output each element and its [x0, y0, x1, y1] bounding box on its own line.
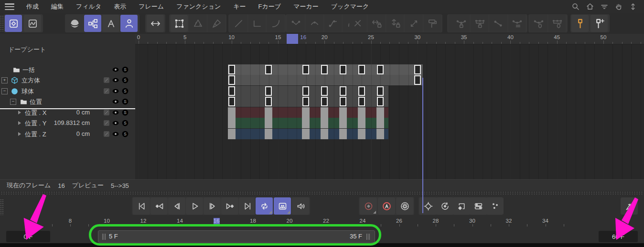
edit-icon[interactable]	[102, 108, 111, 118]
keyframe-f26[interactable]	[376, 129, 384, 139]
paint-keys-button[interactable]	[424, 15, 441, 32]
keyframe-f22[interactable]	[340, 86, 346, 96]
keyframe-f14[interactable]	[265, 129, 272, 139]
solo-icon[interactable]: S	[121, 130, 129, 140]
menu-item-2[interactable]: フィルタ	[70, 3, 107, 10]
break-tangent-button[interactable]	[349, 15, 366, 32]
menu-item-7[interactable]: Fカーブ	[252, 3, 288, 10]
track-arrow-icon[interactable]	[18, 121, 21, 125]
edit-icon[interactable]	[102, 119, 111, 129]
next-frame-button[interactable]	[204, 197, 221, 215]
toolbar-drag-grip[interactable]	[0, 15, 3, 31]
go-to-end-button[interactable]	[239, 197, 256, 215]
hierarchy-filter-button[interactable]	[84, 15, 101, 32]
tree-row-2[interactable]: −球体S	[0, 86, 135, 96]
keyframe-f26[interactable]	[377, 86, 384, 96]
fcurve-window-button[interactable]	[621, 197, 638, 215]
eye-icon[interactable]	[111, 76, 120, 86]
menu-item-4[interactable]: フレーム	[132, 3, 170, 10]
solo-icon[interactable]: S	[121, 76, 129, 86]
keyframe-f22[interactable]	[339, 118, 347, 128]
track-arrow-icon[interactable]	[18, 111, 21, 114]
keyframe-f24[interactable]	[358, 65, 365, 74]
keyframe-f20[interactable]	[321, 129, 328, 139]
keyframe-f24[interactable]	[358, 129, 365, 139]
keyframe-f18[interactable]	[302, 65, 309, 74]
brush-tool-button[interactable]	[208, 15, 225, 32]
sound-button[interactable]	[292, 197, 309, 215]
transport-drag-grip[interactable]	[0, 199, 3, 215]
move-keys-button[interactable]	[147, 15, 164, 32]
menu-item-8[interactable]: マーカー	[287, 3, 325, 10]
keyframe-f10[interactable]	[228, 129, 236, 139]
keyframe-f10[interactable]	[228, 75, 235, 85]
link-dots-button[interactable]	[490, 15, 507, 32]
solo-icon[interactable]: S	[121, 119, 129, 129]
arc-equal-button[interactable]	[508, 15, 526, 32]
hand-icon[interactable]	[614, 2, 623, 11]
menu-item-9[interactable]: ブックマーク	[325, 3, 376, 10]
fcurve-mode-button[interactable]	[24, 15, 41, 32]
keyframe-f24[interactable]	[358, 97, 365, 106]
keyframe-f18[interactable]	[302, 97, 309, 106]
edit-icon[interactable]	[102, 76, 111, 86]
lock-time-button[interactable]	[368, 15, 385, 32]
go-to-start-button[interactable]	[133, 197, 150, 215]
keyframe-f14[interactable]	[265, 65, 272, 74]
solo-icon[interactable]: S	[121, 108, 129, 118]
search-icon[interactable]	[571, 2, 580, 11]
track-bar-1[interactable]	[228, 75, 423, 85]
keyframe-f26[interactable]	[377, 97, 384, 106]
track-arrow-icon[interactable]	[18, 132, 21, 136]
text-filter-button[interactable]	[102, 15, 119, 32]
eye-icon[interactable]	[111, 108, 120, 118]
home-icon[interactable]	[586, 2, 594, 11]
eye-icon[interactable]	[111, 97, 120, 107]
keyframe-f22[interactable]	[339, 129, 347, 139]
keyframe-f10[interactable]	[228, 86, 235, 96]
edit-icon[interactable]	[102, 130, 111, 140]
menu-item-6[interactable]: キー	[227, 3, 252, 10]
eye-icon[interactable]	[111, 87, 120, 97]
menu-item-5[interactable]: ファンクション	[170, 3, 227, 10]
timeline-body[interactable]	[135, 44, 644, 179]
lock-value-button[interactable]	[386, 15, 404, 32]
expander-minus-icon[interactable]: −	[1, 88, 8, 94]
menu-item-0[interactable]: 作成	[20, 3, 45, 10]
keyframe-f22[interactable]	[340, 65, 346, 74]
playhead-marker[interactable]	[287, 34, 298, 44]
key-region-button[interactable]	[453, 197, 470, 215]
dopesheet-mode-button[interactable]	[5, 15, 22, 32]
record-key-button[interactable]	[360, 197, 377, 215]
keyframe-f20[interactable]	[321, 86, 328, 96]
range-end-grip[interactable]	[366, 234, 371, 240]
keyframe-f14[interactable]	[265, 118, 272, 128]
keyframe-f10[interactable]	[228, 118, 236, 128]
solo-icon[interactable]: S	[121, 65, 129, 75]
tree-row-6[interactable]: 位置 . Z0 cmS	[0, 129, 135, 139]
marker-pin-button[interactable]	[571, 15, 589, 32]
tree-row-0[interactable]: 一括S	[0, 64, 135, 75]
track-value[interactable]: 109.8312 cm	[48, 119, 90, 126]
auto-tangent-button[interactable]	[287, 15, 304, 32]
next-key-button[interactable]	[221, 197, 238, 215]
arc-zero-button[interactable]	[530, 15, 547, 32]
linear-interp-button[interactable]	[230, 15, 247, 32]
preview-range-slider[interactable]: 5 F 35 F	[98, 230, 375, 243]
arc-lock-button[interactable]	[452, 15, 470, 32]
keyframe-f20[interactable]	[321, 97, 328, 106]
eye-icon[interactable]	[111, 130, 120, 140]
playhead-line[interactable]	[422, 78, 423, 213]
keyframe-f14[interactable]	[265, 97, 272, 106]
solo-icon[interactable]: S	[121, 97, 129, 107]
keyframe-f14[interactable]	[265, 107, 272, 118]
region-tool-button[interactable]	[189, 15, 206, 32]
keyframe-f24[interactable]	[358, 118, 365, 128]
sphere-filter-button[interactable]	[66, 15, 83, 32]
tree-row-3[interactable]: −位置S	[0, 96, 135, 107]
keyframe-f30[interactable]	[414, 75, 421, 85]
keyframe-f10[interactable]	[228, 65, 235, 74]
loop-button[interactable]	[256, 197, 273, 215]
filter-icon[interactable]	[600, 2, 609, 11]
keyframe-f18[interactable]	[302, 129, 310, 139]
